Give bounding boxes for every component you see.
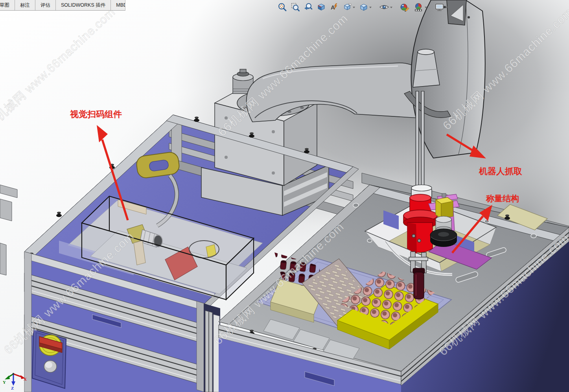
- zoom-to-fit-button[interactable]: [277, 2, 288, 13]
- annotation-label: 称量结构: [486, 194, 519, 203]
- dropdown-arrow[interactable]: [390, 7, 392, 8]
- svg-text:A: A: [331, 4, 335, 11]
- dropdown-arrow[interactable]: [425, 7, 427, 8]
- hide-show-items-icon: [379, 2, 389, 12]
- dropdown-arrow[interactable]: [446, 7, 448, 8]
- previous-view-button[interactable]: [303, 2, 314, 13]
- zoom-to-fit-icon: [278, 2, 287, 12]
- annotation-label: 机器人抓取: [479, 166, 523, 176]
- solidworks-window: 66机械网 www.66machine.com 66机械网 www.66mach…: [0, 0, 569, 392]
- command-manager-tabs: 草图 标注 评估 SOLIDWORKS 插件 MBD: [0, 0, 125, 11]
- section-view-button[interactable]: [316, 2, 327, 13]
- zoom-to-area-icon: [291, 2, 300, 12]
- triad-z-label: Z: [11, 386, 14, 390]
- triad-x-label: X: [24, 377, 27, 381]
- apply-scene-button[interactable]: [413, 2, 428, 13]
- held-vial: [413, 268, 425, 299]
- dropdown-arrow[interactable]: [369, 7, 372, 8]
- view-settings-icon: [435, 2, 445, 12]
- view-orientation-button[interactable]: [342, 2, 356, 13]
- edit-appearance-icon: [400, 2, 410, 12]
- 3d-viewport[interactable]: 66机械网 www.66machine.com 66机械网 www.66mach…: [0, 0, 569, 392]
- tab-evaluate[interactable]: 评估: [35, 0, 56, 10]
- dropdown-arrow[interactable]: [353, 7, 355, 8]
- heads-up-toolbar: A: [277, 1, 449, 13]
- view-settings-button[interactable]: [434, 2, 449, 13]
- edit-appearance-button[interactable]: [399, 2, 411, 13]
- section-view-icon: [317, 2, 326, 12]
- view-orientation-icon: [343, 2, 352, 12]
- zoom-to-area-button[interactable]: [290, 2, 301, 13]
- display-style-button[interactable]: [358, 2, 373, 13]
- tab-annotate[interactable]: 标注: [15, 0, 35, 10]
- tab-mbd[interactable]: MBD: [111, 0, 125, 10]
- hide-show-items-button[interactable]: [378, 2, 394, 13]
- triad-y-label: Y: [3, 380, 6, 385]
- dynamic-annotation-views-button[interactable]: A: [329, 2, 340, 13]
- dynamic-annotation-views-icon: A: [330, 2, 339, 12]
- power-switch-panel[interactable]: [32, 329, 66, 388]
- annotation-label: 视觉扫码组件: [70, 109, 122, 119]
- tab-sketch[interactable]: 草图: [0, 0, 15, 10]
- display-style-icon: [359, 2, 368, 12]
- tab-solidworks-addins[interactable]: SOLIDWORKS 插件: [56, 0, 111, 10]
- apply-scene-icon: [414, 2, 424, 12]
- cabinet-gap: [204, 304, 220, 392]
- previous-view-icon: [304, 2, 313, 12]
